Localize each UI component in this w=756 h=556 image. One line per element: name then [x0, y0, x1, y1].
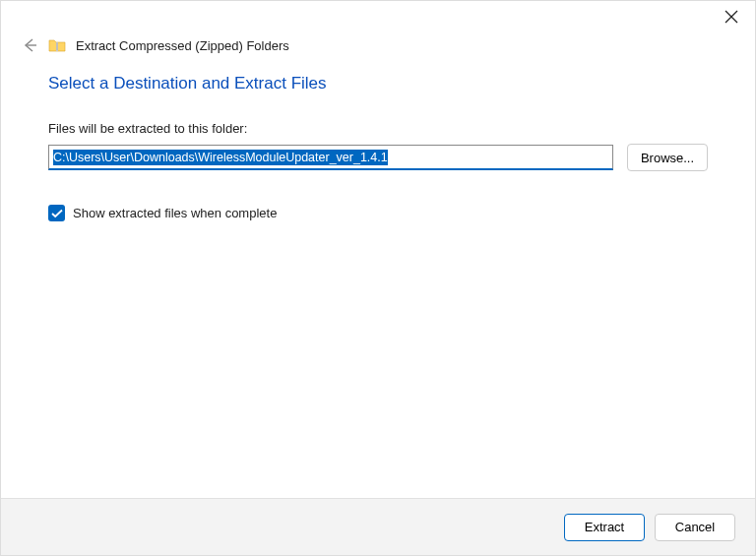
show-files-checkbox-label: Show extracted files when complete	[73, 206, 277, 220]
svg-rect-3	[56, 42, 58, 51]
close-button[interactable]	[724, 9, 739, 25]
titlebar	[1, 1, 755, 36]
path-row: C:\Users\User\Downloads\WirelessModuleUp…	[48, 144, 708, 171]
destination-path-value: C:\Users\User\Downloads\WirelessModuleUp…	[53, 150, 388, 165]
browse-button[interactable]: Browse...	[627, 144, 708, 171]
extract-wizard-dialog: Extract Compressed (Zipped) Folders Sele…	[0, 0, 756, 556]
content-area: Select a Destination and Extract Files F…	[1, 74, 755, 498]
checkmark-icon	[51, 209, 63, 218]
extract-button[interactable]: Extract	[564, 514, 645, 541]
dialog-footer: Extract Cancel	[1, 498, 755, 555]
page-heading: Select a Destination and Extract Files	[48, 74, 708, 93]
dialog-title: Extract Compressed (Zipped) Folders	[76, 38, 289, 53]
show-files-checkbox[interactable]	[48, 205, 65, 221]
destination-label: Files will be extracted to this folder:	[48, 121, 708, 136]
cancel-button[interactable]: Cancel	[655, 514, 735, 541]
zipped-folder-icon	[48, 37, 66, 53]
destination-path-input[interactable]: C:\Users\User\Downloads\WirelessModuleUp…	[48, 145, 613, 170]
back-button[interactable]	[21, 36, 38, 54]
back-arrow-icon	[21, 36, 38, 54]
close-icon	[724, 10, 738, 24]
header-row: Extract Compressed (Zipped) Folders	[1, 36, 755, 74]
show-files-checkbox-row: Show extracted files when complete	[48, 205, 708, 221]
